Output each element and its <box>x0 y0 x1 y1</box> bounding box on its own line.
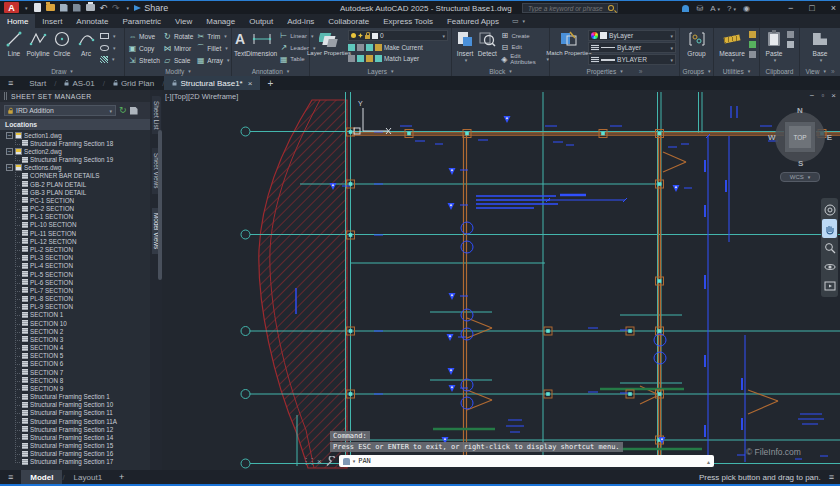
viewcube-north[interactable]: N <box>797 106 803 115</box>
tree-view-pl-4-section[interactable]: PL-4 SECTION <box>0 262 150 270</box>
redo-icon[interactable]: ↷ <box>112 3 120 13</box>
layout-menu-icon[interactable]: ≡ <box>0 470 21 484</box>
tree-view-structural-framing-section-10[interactable]: Structural Framing Section 10 <box>0 401 150 409</box>
copy-clip-icon[interactable] <box>787 31 794 38</box>
edit-attributes-tool[interactable]: ◈Edit Attributes▾ <box>500 54 549 64</box>
cart-icon[interactable]: ⛁ <box>696 4 703 13</box>
tree-view-section-5[interactable]: SECTION 5 <box>0 352 150 360</box>
undo-icon[interactable]: ↶ <box>100 3 108 13</box>
layer-properties-tool[interactable]: Layer Properties <box>313 29 345 66</box>
ribbon-tab-manage[interactable]: Manage <box>199 14 242 28</box>
tree-view-structural-framing-section-1[interactable]: Structural Framing Section 1 <box>0 393 150 401</box>
panel-label-properties[interactable]: Properties▾» <box>550 66 679 76</box>
ribbon-tab-insert[interactable]: Insert <box>35 14 69 28</box>
tree-view-section-8[interactable]: SECTION 8 <box>0 376 150 384</box>
panel-label-layers[interactable]: Layers▾ <box>310 66 451 76</box>
viewport-controls-label[interactable]: [-][Top][2D Wireframe] <box>165 92 238 101</box>
sheet-set-dropdown[interactable]: IRD Addition ▾ <box>4 105 116 116</box>
view-panel-expand[interactable]: » <box>831 68 835 75</box>
command-options-caret[interactable]: ▾ <box>353 458 356 464</box>
tree-view-pl-11-section[interactable]: PL-11 SECTION <box>0 229 150 237</box>
linetype-combo[interactable]: ByLayer▾ <box>588 42 676 53</box>
close-button[interactable]: × <box>831 3 836 13</box>
cad-drawing[interactable]: Y <box>162 90 840 470</box>
tree-view-pl-1-section[interactable]: PL-1 SECTION <box>0 213 150 221</box>
tree-view-structural-framing-section-16[interactable]: Structural Framing Section 16 <box>0 450 150 458</box>
tree-view-structural-framing-section-11a[interactable]: Structural Framing Section 11A <box>0 417 150 425</box>
ribbon-tab-featured-apps[interactable]: Featured Apps <box>440 14 506 28</box>
text-tool[interactable]: A Text <box>234 29 246 66</box>
viewcube-west[interactable]: W <box>768 133 776 142</box>
tree-view-structural-framing-section-17[interactable]: Structural Framing Section 17 <box>0 458 150 466</box>
cut-clip-icon[interactable] <box>787 41 794 48</box>
command-grip-icon[interactable]: ⋮⋮ <box>302 457 314 466</box>
tool-copy[interactable]: ▣Copy <box>128 42 160 54</box>
panel-label-draw[interactable]: Draw▾ <box>0 66 124 76</box>
tool-fillet[interactable]: ⌒Fillet▾ <box>196 42 229 54</box>
viewport-close-icon[interactable]: × <box>831 91 836 100</box>
tree-view-pl-3-section[interactable]: PL-3 SECTION <box>0 254 150 262</box>
panel-label-block[interactable]: Block▾ <box>452 66 549 76</box>
tree-node-section2-dwg[interactable]: −Section2.dwg <box>0 147 150 155</box>
tree-view-pl-5-section[interactable]: PL-5 SECTION <box>0 270 150 278</box>
tool-mirror[interactable]: ⋈Mirror <box>163 42 193 54</box>
tree-view-section-9[interactable]: SECTION 9 <box>0 384 150 392</box>
create-block-tool[interactable]: ⊞Create <box>500 31 549 41</box>
tree-view-gb-3-plan-detail[interactable]: GB-3 PLAN DETAIL <box>0 188 150 196</box>
search-box[interactable] <box>522 3 618 13</box>
tree-node-section1-dwg[interactable]: −Section1.dwg <box>0 131 150 139</box>
file-tab-start[interactable]: Start <box>21 76 54 90</box>
rectangle-tool[interactable]: ▾ <box>100 31 116 41</box>
palette-title-bar[interactable]: SHEET SET MANAGER <box>0 90 150 102</box>
ribbon-display-toggle[interactable]: ▭▾ <box>506 14 531 28</box>
close-file-tab-icon[interactable]: × <box>248 79 253 88</box>
measure-tool[interactable]: Measure▾ <box>717 29 747 66</box>
tree-view-section-10[interactable]: SECTION 10 <box>0 319 150 327</box>
tree-view-section-3[interactable]: SECTION 3 <box>0 335 150 343</box>
customize-wrench-icon[interactable] <box>325 456 336 467</box>
ribbon-tab-output[interactable]: Output <box>242 14 280 28</box>
file-tab-structural-base1[interactable]: Structural Base1*× <box>164 76 260 90</box>
save-icon[interactable] <box>60 4 68 12</box>
palette-tab-sheet-list[interactable]: Sheet List <box>152 96 161 134</box>
help-icon[interactable]: ?▾ <box>727 4 736 13</box>
search-input[interactable] <box>526 4 608 13</box>
dimension-tool[interactable]: Dimension <box>246 29 277 66</box>
ribbon-tab-collaborate[interactable]: Collaborate <box>321 14 376 28</box>
tree-node-sections-dwg[interactable]: −Sections.dwg <box>0 164 150 172</box>
panel-label-annotation[interactable]: Annotation▾ <box>232 66 309 76</box>
tree-view-section-6[interactable]: SECTION 6 <box>0 360 150 368</box>
tree-view-section-4[interactable]: SECTION 4 <box>0 343 150 351</box>
panel-label-clipboard[interactable]: Clipboard <box>760 66 799 76</box>
layer-select-combo[interactable]: 0 ▾ <box>348 30 448 41</box>
viewport-minimize-icon[interactable]: − <box>810 91 815 100</box>
new-layout-button[interactable]: + <box>111 470 132 484</box>
utility-icon[interactable] <box>749 51 756 58</box>
tool-scale[interactable]: ▱Scale <box>163 54 193 66</box>
make-current-row[interactable]: Make Current <box>348 42 448 52</box>
tree-view-structural-framing-section-12[interactable]: Structural Framing Section 12 <box>0 425 150 433</box>
tree-view-pc-2-section[interactable]: PC-2 SECTION <box>0 205 150 213</box>
tool-move[interactable]: ⇔Move <box>128 30 160 42</box>
tree-view-structural-framing-section-18[interactable]: Structural Framing Section 18 <box>0 139 150 147</box>
file-tab-menu-icon[interactable]: ≡ <box>0 76 21 90</box>
file-tab-as-01[interactable]: AS-01 <box>56 76 102 90</box>
tree-view-pl-8-section[interactable]: PL-8 SECTION <box>0 294 150 302</box>
base-view-tool[interactable]: Base▾ <box>807 29 833 66</box>
maximize-button[interactable]: □ <box>809 3 814 13</box>
circle-tool[interactable]: Circle <box>50 29 74 66</box>
plot-icon[interactable] <box>86 4 95 11</box>
tool-rotate[interactable]: ↻Rotate <box>163 30 193 42</box>
panel-label-view[interactable]: View▾» <box>800 66 840 76</box>
tool-stretch[interactable]: ⇲Stretch <box>128 54 160 66</box>
assistant-icon[interactable]: ◉ <box>743 4 750 13</box>
match-properties-tool[interactable]: Match Properties <box>552 29 586 66</box>
command-line[interactable]: ⋮⋮ × ▾ PAN ▴ <box>302 454 714 468</box>
panel-label-utilities[interactable]: Utilities▾ <box>714 66 759 76</box>
detect-tool[interactable]: Detect <box>476 29 498 66</box>
viewcube-top-face[interactable]: TOP <box>784 121 816 153</box>
autodesk-account-icon[interactable]: A▾ <box>710 4 720 13</box>
lineweight-combo[interactable]: BYLAYER▾ <box>588 54 676 65</box>
show-motion-icon[interactable] <box>822 276 837 295</box>
orbit-tool-icon[interactable] <box>822 257 837 276</box>
